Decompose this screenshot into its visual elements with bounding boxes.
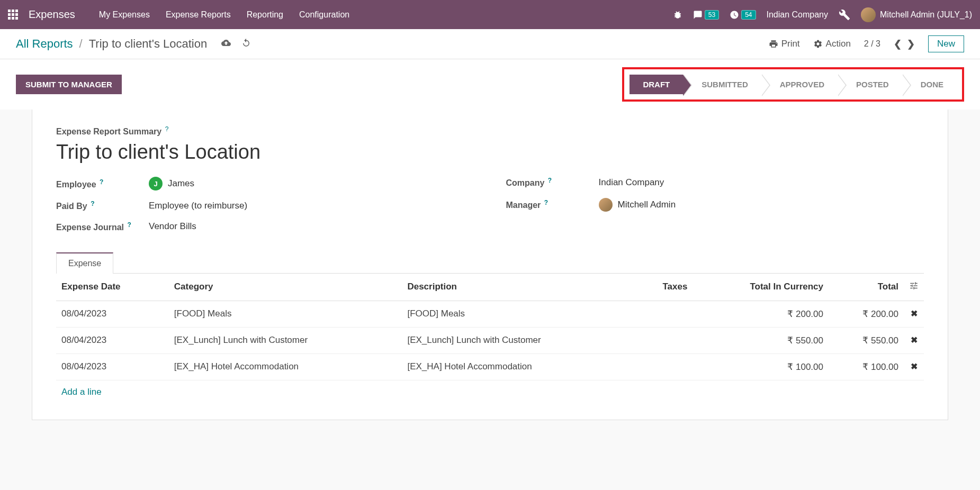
breadcrumb-row: All Reports / Trip to client's Location … bbox=[0, 29, 980, 59]
cell-description[interactable]: [EX_HA] Hotel Accommodation bbox=[402, 353, 635, 380]
cell-category[interactable]: [EX_HA] Hotel Accommodation bbox=[169, 353, 402, 380]
cell-total[interactable]: ₹ 100.00 bbox=[829, 353, 904, 380]
user-name: Mitchell Admin (JULY_1) bbox=[880, 10, 972, 20]
pager-text[interactable]: 2 / 3 bbox=[864, 39, 880, 49]
cell-total-currency[interactable]: ₹ 200.00 bbox=[693, 301, 829, 327]
status-draft[interactable]: DRAFT bbox=[630, 75, 683, 94]
delete-row-icon[interactable]: ✖ bbox=[911, 309, 918, 318]
help-icon[interactable]: ? bbox=[91, 200, 94, 207]
action-button[interactable]: Action bbox=[813, 39, 851, 49]
manager-label: Manager bbox=[506, 201, 541, 210]
table-row[interactable]: 08/04/2023 [FOOD] Meals [FOOD] Meals ₹ 2… bbox=[56, 301, 924, 327]
debug-icon[interactable] bbox=[673, 10, 682, 20]
new-button[interactable]: New bbox=[928, 35, 964, 52]
table-row[interactable]: 08/04/2023 [EX_Lunch] Lunch with Custome… bbox=[56, 327, 924, 353]
manager-avatar bbox=[599, 198, 613, 212]
status-steps: DRAFT SUBMITTED APPROVED POSTED DONE bbox=[630, 75, 957, 94]
col-total-currency[interactable]: Total In Currency bbox=[693, 274, 829, 301]
col-total[interactable]: Total bbox=[829, 274, 904, 301]
cell-description[interactable]: [FOOD] Meals bbox=[402, 301, 635, 327]
status-posted[interactable]: POSTED bbox=[838, 75, 902, 94]
col-description[interactable]: Description bbox=[402, 274, 635, 301]
company-selector[interactable]: Indian Company bbox=[767, 10, 829, 20]
summary-label: Expense Report Summary bbox=[56, 127, 161, 136]
paid-by-value[interactable]: Employee (to reimburse) bbox=[149, 201, 247, 211]
paid-by-label: Paid By bbox=[56, 202, 87, 211]
breadcrumb-separator: / bbox=[79, 37, 83, 51]
help-icon[interactable]: ? bbox=[548, 177, 552, 184]
cell-total-currency[interactable]: ₹ 550.00 bbox=[693, 327, 829, 353]
submit-to-manager-button[interactable]: SUBMIT TO MANAGER bbox=[16, 75, 122, 94]
delete-row-icon[interactable]: ✖ bbox=[911, 335, 918, 344]
tab-expense[interactable]: Expense bbox=[56, 252, 113, 274]
help-icon[interactable]: ? bbox=[544, 199, 548, 206]
col-category[interactable]: Category bbox=[169, 274, 402, 301]
undo-icon[interactable] bbox=[241, 37, 251, 51]
cell-taxes[interactable] bbox=[635, 353, 693, 380]
status-row: SUBMIT TO MANAGER DRAFT SUBMITTED APPROV… bbox=[0, 59, 980, 110]
messages-badge: 53 bbox=[705, 10, 719, 20]
cell-date[interactable]: 08/04/2023 bbox=[56, 327, 169, 353]
employee-value[interactable]: James bbox=[168, 178, 194, 189]
print-label: Print bbox=[781, 39, 800, 49]
apps-icon[interactable] bbox=[8, 10, 18, 20]
nav-configuration[interactable]: Configuration bbox=[299, 10, 349, 20]
help-icon[interactable]: ? bbox=[128, 221, 131, 229]
employee-label: Employee bbox=[56, 180, 96, 189]
activities-icon[interactable]: 54 bbox=[730, 10, 756, 20]
app-brand[interactable]: Expenses bbox=[29, 8, 75, 21]
journal-value[interactable]: Vendor Bills bbox=[149, 221, 196, 232]
col-date[interactable]: Expense Date bbox=[56, 274, 169, 301]
employee-avatar: J bbox=[149, 177, 163, 190]
journal-label: Expense Journal bbox=[56, 223, 124, 232]
expense-table: Expense Date Category Description Taxes … bbox=[56, 274, 924, 380]
manager-value[interactable]: Mitchell Admin bbox=[618, 199, 676, 210]
add-line-link[interactable]: Add a line bbox=[56, 380, 924, 404]
col-taxes[interactable]: Taxes bbox=[635, 274, 693, 301]
cell-taxes[interactable] bbox=[635, 327, 693, 353]
action-label: Action bbox=[826, 39, 851, 49]
status-approved[interactable]: APPROVED bbox=[761, 75, 838, 94]
messages-icon[interactable]: 53 bbox=[693, 10, 719, 20]
cell-taxes[interactable] bbox=[635, 301, 693, 327]
top-navbar: Expenses My Expenses Expense Reports Rep… bbox=[0, 0, 980, 29]
cell-date[interactable]: 08/04/2023 bbox=[56, 353, 169, 380]
nav-my-expenses[interactable]: My Expenses bbox=[99, 10, 150, 20]
report-title[interactable]: Trip to client's Location bbox=[56, 141, 924, 164]
company-label: Company bbox=[506, 179, 545, 188]
cell-total-currency[interactable]: ₹ 100.00 bbox=[693, 353, 829, 380]
help-icon[interactable]: ? bbox=[100, 178, 103, 186]
cell-date[interactable]: 08/04/2023 bbox=[56, 301, 169, 327]
user-avatar bbox=[861, 7, 876, 22]
pager-next-icon[interactable]: ❯ bbox=[907, 38, 915, 50]
status-bar-highlight: DRAFT SUBMITTED APPROVED POSTED DONE bbox=[622, 67, 964, 102]
cell-category[interactable]: [EX_Lunch] Lunch with Customer bbox=[169, 327, 402, 353]
delete-row-icon[interactable]: ✖ bbox=[911, 362, 918, 371]
company-value[interactable]: Indian Company bbox=[599, 177, 664, 188]
print-button[interactable]: Print bbox=[769, 39, 800, 49]
pager-prev-icon[interactable]: ❮ bbox=[894, 38, 902, 50]
nav-reporting[interactable]: Reporting bbox=[247, 10, 283, 20]
user-menu[interactable]: Mitchell Admin (JULY_1) bbox=[861, 7, 972, 22]
cell-total[interactable]: ₹ 550.00 bbox=[829, 327, 904, 353]
breadcrumb-parent[interactable]: All Reports bbox=[16, 37, 73, 51]
help-icon[interactable]: ? bbox=[165, 125, 169, 133]
status-submitted[interactable]: SUBMITTED bbox=[683, 75, 761, 94]
cloud-upload-icon[interactable] bbox=[221, 37, 231, 51]
table-row[interactable]: 08/04/2023 [EX_HA] Hotel Accommodation [… bbox=[56, 353, 924, 380]
cell-category[interactable]: [FOOD] Meals bbox=[169, 301, 402, 327]
breadcrumb-current: Trip to client's Location bbox=[89, 37, 208, 51]
activities-badge: 54 bbox=[741, 10, 756, 20]
form-sheet: Expense Report Summary ? Trip to client'… bbox=[32, 110, 948, 420]
cell-total[interactable]: ₹ 200.00 bbox=[829, 301, 904, 327]
cell-description[interactable]: [EX_Lunch] Lunch with Customer bbox=[402, 327, 635, 353]
tools-icon[interactable] bbox=[839, 9, 850, 21]
column-settings-icon[interactable] bbox=[909, 283, 919, 293]
nav-expense-reports[interactable]: Expense Reports bbox=[166, 10, 231, 20]
